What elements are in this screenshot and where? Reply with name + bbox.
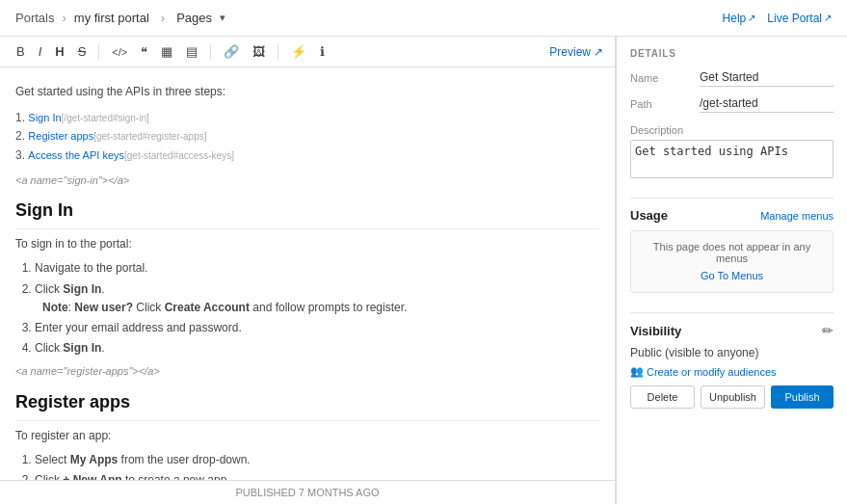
toolbar-buttons: B I H S </> ❝ ▦ ▤ 🔗 🖼 ⚡ ℹ — [12, 42, 330, 61]
visibility-edit-button[interactable]: ✏ — [822, 323, 834, 338]
anchor2: <a name="register-apps"></a> — [15, 363, 599, 381]
visibility-title: Visibility — [630, 324, 681, 338]
path-key: Path — [630, 96, 700, 110]
pages-label: Pages — [176, 11, 212, 25]
register-steps: Select My Apps from the user drop-down. … — [15, 451, 599, 480]
breadcrumb-arrow: › — [161, 11, 165, 25]
quote-button[interactable]: ❝ — [136, 42, 152, 61]
info-button[interactable]: ℹ — [315, 42, 330, 61]
editor-panel: B I H S </> ❝ ▦ ▤ 🔗 🖼 ⚡ ℹ Preview ↗ — [0, 37, 616, 504]
help-link[interactable]: Help ↗ — [723, 12, 756, 25]
preview-button[interactable]: Preview ↗ — [549, 45, 603, 59]
preview-icon: ↗ — [594, 45, 603, 59]
steps-list: 1. Sign In[/get-started#sign-in] 2. Regi… — [15, 109, 599, 165]
preview-label: Preview — [549, 45, 591, 59]
signin-step2: Click Sign In. Note: New user? Click Cre… — [35, 280, 599, 317]
desc-textarea[interactable]: Get started using APIs — [630, 140, 834, 178]
go-to-menus-link[interactable]: Go To Menus — [701, 270, 763, 281]
editor-content[interactable]: Get started using the APIs in three step… — [0, 67, 615, 480]
details-section-label: DETAILS — [630, 48, 834, 59]
signin-step3: Enter your email address and password. — [35, 319, 599, 337]
editor-toolbar: B I H S </> ❝ ▦ ▤ 🔗 🖼 ⚡ ℹ Preview ↗ — [0, 37, 615, 67]
editor-footer: PUBLISHED 7 MONTHS AGO — [0, 480, 615, 504]
signin-step1: Navigate to the portal. — [35, 259, 599, 278]
breadcrumb: Portals › my first portal › Pages ▾ — [15, 11, 225, 25]
signin-heading: Sign In — [15, 197, 599, 229]
audience-link[interactable]: 👥 Create or modify audiences — [630, 365, 834, 378]
publish-button[interactable]: Publish — [771, 385, 834, 409]
visibility-header: Visibility ✏ — [630, 323, 834, 338]
help-ext-icon: ↗ — [748, 13, 755, 23]
register-apps-link[interactable]: Register apps — [28, 130, 93, 142]
breadcrumb-sep1: › — [62, 11, 66, 25]
divider2 — [630, 312, 834, 313]
register-heading: Register apps — [15, 388, 599, 421]
desc-key: Description — [630, 122, 700, 136]
details-panel: DETAILS Name Path Description Get starte… — [616, 37, 847, 504]
italic-button[interactable]: I — [34, 42, 47, 61]
anchor1: <a name="sign-in"></a> — [15, 172, 599, 190]
usage-title: Usage — [630, 208, 668, 223]
access-keys-link[interactable]: Access the API keys — [28, 149, 124, 161]
register-step2: Click + New App to create a new app. — [35, 471, 599, 480]
toolbar-divider2 — [210, 44, 211, 60]
toolbar-divider1 — [98, 44, 99, 60]
usage-header: Usage Manage menus — [630, 208, 834, 223]
name-row: Name — [630, 70, 834, 87]
bold-button[interactable]: B — [12, 42, 30, 61]
action-buttons: Delete Unpublish Publish — [630, 385, 834, 409]
top-nav-right: Help ↗ Live Portal ↗ — [723, 12, 832, 25]
name-input[interactable] — [700, 70, 834, 87]
signin-intro: To sign in to the portal: — [15, 235, 599, 253]
visibility-text: Public (visible to anyone) — [630, 346, 834, 359]
register-step1: Select My Apps from the user drop-down. — [35, 451, 599, 469]
register-intro: To register an app: — [15, 427, 599, 445]
link-button[interactable]: 🔗 — [219, 42, 244, 61]
portal-name: my first portal — [74, 11, 149, 25]
signin-steps: Navigate to the portal. Click Sign In. N… — [15, 259, 599, 358]
usage-box: This page does not appear in any menus G… — [630, 230, 834, 293]
pages-dropdown-button[interactable]: ▾ — [220, 12, 225, 24]
heading-button[interactable]: H — [50, 42, 68, 61]
lightning-button[interactable]: ⚡ — [286, 42, 311, 61]
path-row: Path — [630, 96, 834, 113]
portals-link[interactable]: Portals — [15, 11, 54, 25]
top-navigation: Portals › my first portal › Pages ▾ Help… — [0, 0, 847, 37]
live-portal-ext-icon: ↗ — [824, 13, 832, 23]
strikethrough-button[interactable]: S — [73, 42, 92, 61]
signin-step4: Click Sign In. — [35, 339, 599, 358]
table2-button[interactable]: ▤ — [181, 42, 202, 61]
unpublish-button[interactable]: Unpublish — [701, 385, 765, 409]
main-layout: B I H S </> ❝ ▦ ▤ 🔗 🖼 ⚡ ℹ Preview ↗ — [0, 37, 847, 504]
divider1 — [630, 198, 834, 199]
desc-row: Description Get started using APIs — [630, 122, 834, 178]
code-button[interactable]: </> — [107, 44, 132, 60]
audience-icon: 👥 — [630, 365, 644, 378]
image-button[interactable]: 🖼 — [248, 42, 270, 61]
audience-label: Create or modify audiences — [647, 366, 777, 378]
table1-button[interactable]: ▦ — [156, 42, 177, 61]
name-key: Name — [630, 70, 700, 84]
intro-text: Get started using the APIs in three step… — [15, 83, 599, 101]
signin-link[interactable]: Sign In — [28, 112, 61, 123]
delete-button[interactable]: Delete — [630, 385, 695, 409]
live-portal-link[interactable]: Live Portal ↗ — [767, 12, 832, 25]
manage-menus-link[interactable]: Manage menus — [760, 210, 834, 222]
usage-text: This page does not appear in any menus — [641, 241, 823, 264]
path-input[interactable] — [700, 96, 834, 113]
toolbar-divider3 — [278, 44, 278, 60]
